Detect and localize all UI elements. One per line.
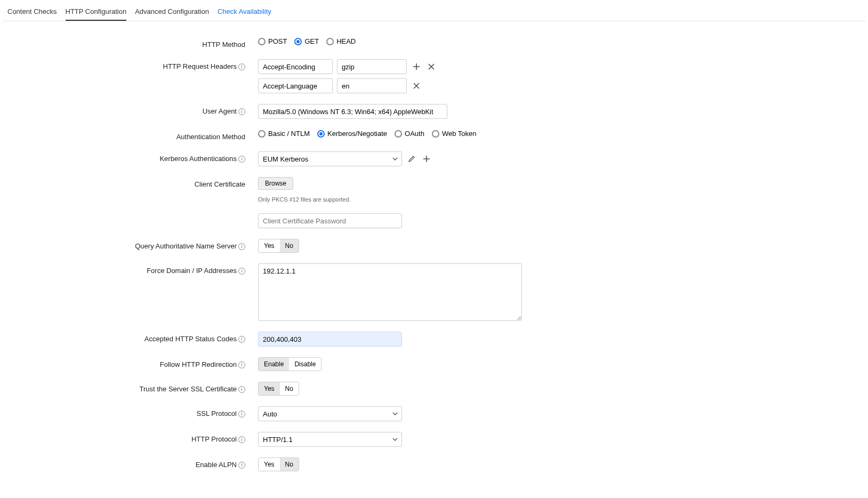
label-ssl-protocol: SSL Protocol	[197, 409, 237, 417]
tab-advanced-configuration[interactable]: Advanced Configuration	[135, 5, 209, 21]
status-codes-input[interactable]	[258, 332, 402, 347]
info-icon[interactable]: i	[238, 462, 245, 469]
enable-alpn-toggle: Yes No	[258, 457, 299, 471]
http-method-group: POST GET HEAD	[258, 37, 356, 45]
label-status-codes: Accepted HTTP Status Codes	[144, 335, 237, 343]
info-icon[interactable]: i	[238, 268, 245, 275]
label-http-method: HTTP Method	[202, 41, 245, 49]
http-config-form: HTTP Method POST GET HEAD HTTP Request H…	[2, 21, 866, 498]
info-icon[interactable]: i	[238, 108, 245, 115]
browse-button[interactable]: Browse	[258, 177, 293, 190]
label-kerberos-auth: Kerberos Authentications	[159, 155, 237, 163]
remove-header-icon-0[interactable]	[426, 61, 437, 72]
label-client-cert: Client Certificate	[195, 180, 245, 188]
radio-head[interactable]: HEAD	[326, 37, 356, 45]
follow-redirect-toggle: Enable Disable	[258, 357, 322, 371]
remove-header-icon-1[interactable]	[411, 81, 422, 91]
follow-redirect-disable[interactable]: Disable	[289, 358, 321, 371]
label-enable-alpn: Enable ALPN	[196, 461, 237, 469]
header-row-1	[258, 78, 437, 93]
user-agent-input[interactable]	[258, 104, 447, 119]
trust-ssl-no[interactable]: No	[280, 382, 299, 395]
info-icon[interactable]: i	[238, 156, 245, 163]
info-icon[interactable]: i	[238, 336, 245, 343]
force-domain-textarea[interactable]	[258, 263, 522, 321]
auth-method-group: Basic / NTLM Kerberos/Negotiate OAuth We…	[258, 130, 476, 138]
trust-ssl-yes[interactable]: Yes	[259, 382, 280, 395]
trust-ssl-toggle: Yes No	[258, 382, 299, 396]
header-name-input-0[interactable]	[258, 59, 333, 74]
tab-bar: Content Checks HTTP Configuration Advanc…	[2, 2, 866, 21]
follow-redirect-enable[interactable]: Enable	[259, 358, 289, 371]
add-kerberos-icon[interactable]	[421, 154, 432, 164]
radio-kerberos[interactable]: Kerberos/Negotiate	[317, 130, 387, 138]
info-icon[interactable]: i	[238, 436, 245, 443]
ssl-protocol-select[interactable]	[258, 406, 402, 421]
query-auth-ns-toggle: Yes No	[258, 239, 299, 253]
label-http-request-headers: HTTP Request Headers	[163, 62, 237, 70]
radio-get[interactable]: GET	[294, 37, 319, 45]
header-name-input-1[interactable]	[258, 78, 333, 93]
tab-content-checks[interactable]: Content Checks	[7, 5, 57, 21]
radio-post[interactable]: POST	[258, 37, 287, 45]
label-trust-ssl: Trust the Server SSL Certificate	[139, 385, 237, 393]
header-value-input-1[interactable]	[337, 78, 407, 93]
query-auth-ns-yes[interactable]: Yes	[259, 239, 280, 252]
info-icon[interactable]: i	[238, 362, 245, 368]
tab-check-availability[interactable]: Check Availability	[218, 5, 271, 21]
header-value-input-0[interactable]	[337, 59, 407, 74]
tab-http-configuration[interactable]: HTTP Configuration	[66, 5, 127, 21]
label-auth-method: Authentication Method	[176, 133, 245, 141]
info-icon[interactable]: i	[238, 243, 245, 250]
cert-password-input[interactable]	[258, 213, 402, 228]
radio-basic-ntlm[interactable]: Basic / NTLM	[258, 130, 310, 138]
label-follow-redirect: Follow HTTP Redirection	[160, 360, 237, 368]
http-protocol-select[interactable]	[258, 432, 402, 447]
cert-hint: Only PKCS #12 files are supported.	[258, 196, 351, 203]
radio-oauth[interactable]: OAuth	[395, 130, 424, 138]
radio-webtoken[interactable]: Web Token	[432, 130, 477, 138]
kerberos-select[interactable]	[258, 151, 402, 166]
info-icon[interactable]: i	[238, 63, 245, 70]
info-icon[interactable]: i	[238, 386, 245, 393]
label-user-agent: User Agent	[203, 107, 237, 115]
label-http-protocol: HTTP Protocol	[191, 435, 237, 443]
enable-alpn-no[interactable]: No	[280, 458, 299, 471]
label-query-auth-ns: Query Authoritative Name Server	[135, 242, 237, 250]
add-header-icon[interactable]	[411, 61, 422, 72]
info-icon[interactable]: i	[238, 411, 245, 417]
query-auth-ns-no[interactable]: No	[280, 239, 299, 252]
enable-alpn-yes[interactable]: Yes	[259, 458, 280, 471]
label-force-domain: Force Domain / IP Addresses	[147, 267, 237, 275]
edit-kerberos-icon[interactable]	[406, 154, 417, 164]
header-row-0	[258, 59, 437, 74]
